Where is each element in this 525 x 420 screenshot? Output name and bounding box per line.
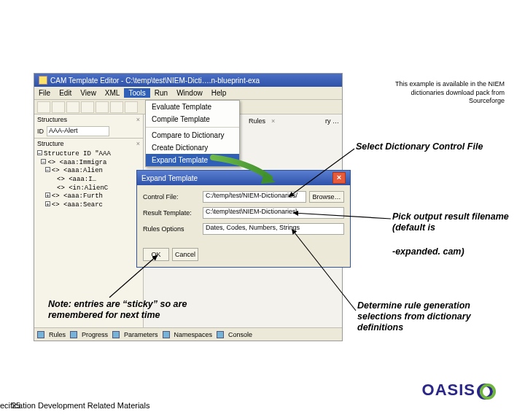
menu-view[interactable]: View (76, 89, 101, 97)
tab-structures[interactable]: Structures (37, 116, 67, 123)
menu-tools[interactable]: Tools (124, 88, 149, 98)
availability-note: This example is available in the NIEM di… (373, 80, 505, 106)
tab-rules-btm[interactable]: Rules (49, 331, 66, 338)
progress-icon (70, 331, 77, 338)
titlebar: CAM Template Editor - C:\temp\test\NIEM-… (34, 74, 342, 87)
footer-text: ecification Development Related Material… (0, 401, 149, 410)
app-icon (39, 76, 47, 85)
callout-expanded-cam: -expanded. cam) (392, 246, 509, 257)
toolbar-button[interactable] (96, 101, 109, 113)
menu-file[interactable]: File (34, 89, 55, 97)
tab-rules[interactable]: Rules (246, 117, 268, 125)
dialog-close-button[interactable]: × (332, 172, 346, 184)
mi-compile-template[interactable]: Compile Template (146, 113, 239, 125)
id-input[interactable]: AAA-Alert (47, 126, 109, 136)
callout-output-filename: Pick output result filename (default is (392, 211, 509, 233)
bottom-bar: Rules Progress Parameters Namespaces Con… (34, 327, 342, 341)
toolbar-button[interactable] (52, 101, 65, 113)
control-file-label: Control File: (143, 193, 200, 201)
close-icon[interactable]: × (136, 140, 140, 147)
callout-rule-generation: Determine rule generation selections fro… (357, 300, 503, 333)
toolbar-button[interactable] (110, 101, 123, 113)
mi-expand-template[interactable]: Expand Template (146, 154, 239, 166)
rules-options-input[interactable]: Dates, Codes, Numbers, Strings (203, 223, 344, 235)
window-title: CAM Template Editor - C:\temp\test\NIEM-… (50, 77, 260, 85)
close-icon[interactable]: × (136, 116, 140, 123)
mi-compare-dictionary[interactable]: Compare to Dictionary (146, 129, 239, 141)
result-template-label: Result Template: (143, 209, 200, 217)
menu-xml[interactable]: XML (101, 89, 125, 97)
result-template-input[interactable]: C:\temp\test\NIEM-Dictionaries\ (203, 207, 344, 219)
cancel-button[interactable]: Cancel (172, 248, 198, 261)
callout-select-control: Select Dictionary Control File (356, 141, 487, 152)
structure-tree[interactable]: −Structure ID "AAA −<> <aaa:Immigra −<> … (34, 149, 143, 211)
namespaces-icon (163, 331, 170, 338)
oasis-logo: OASIS (422, 381, 496, 400)
tab-progress[interactable]: Progress (82, 331, 108, 338)
parameters-icon (112, 331, 120, 338)
page-number: 25 (12, 401, 20, 410)
oasis-logo-text: OASIS (422, 381, 475, 400)
console-icon (217, 331, 224, 338)
browse-button[interactable]: Browse… (309, 191, 344, 203)
rules-options-label: Rules Options (143, 225, 200, 233)
mi-evaluate-template[interactable]: Evaluate Template (146, 101, 239, 113)
menu-window[interactable]: Window (172, 89, 207, 97)
toolbar-button[interactable] (125, 101, 138, 113)
oasis-logo-icon (477, 381, 496, 400)
menubar: File Edit View XML Tools Run Window Help (34, 87, 342, 100)
menu-help[interactable]: Help (207, 89, 231, 97)
close-icon[interactable]: × (271, 117, 275, 125)
mi-create-dictionary[interactable]: Create Dictionary (146, 141, 239, 154)
rules-icon (37, 331, 44, 338)
tab-console[interactable]: Console (228, 331, 252, 338)
tab-more[interactable]: ry … (322, 117, 342, 125)
tab-parameters[interactable]: Parameters (124, 331, 158, 338)
ok-button[interactable]: OK (143, 248, 169, 261)
toolbar-button[interactable] (37, 101, 50, 113)
expand-template-dialog: Expand Template × Control File: C:/temp/… (136, 170, 351, 268)
note-sticky-entries: Note: entries are “sticky” so are rememb… (48, 299, 216, 321)
tab-structure[interactable]: Structure (37, 140, 64, 147)
tab-namespaces[interactable]: Namespaces (174, 331, 213, 338)
dialog-title: Expand Template (141, 174, 198, 182)
id-label: ID (37, 128, 44, 135)
toolbar-button[interactable] (81, 101, 94, 113)
tools-menu-dropdown: Evaluate Template Compile Template Compa… (145, 100, 240, 167)
menu-edit[interactable]: Edit (55, 89, 76, 97)
menu-run[interactable]: Run (150, 89, 172, 97)
control-file-input[interactable]: C:/temp/test/NIEM-Dictionaries/ (203, 191, 306, 203)
toolbar-button[interactable] (66, 101, 79, 113)
